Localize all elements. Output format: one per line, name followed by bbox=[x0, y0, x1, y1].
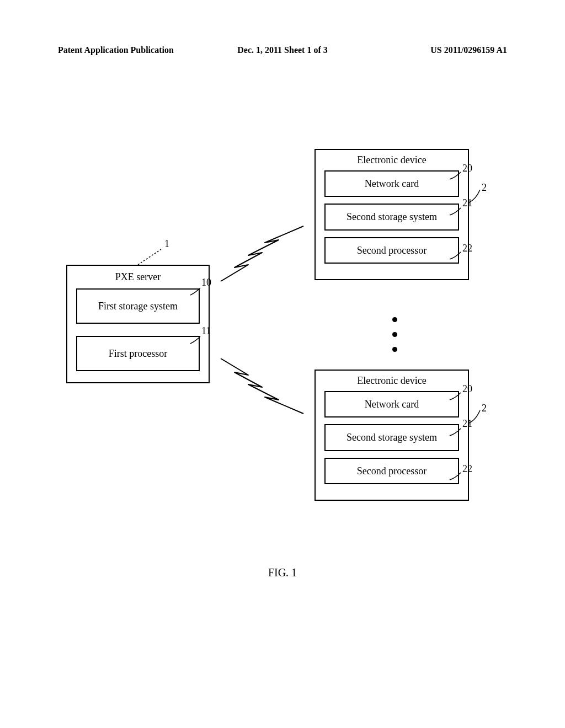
ref-second-storage-top: 21 bbox=[462, 197, 472, 209]
network-card-box-bottom: Network card bbox=[324, 391, 459, 417]
wireless-link-icon bbox=[215, 347, 315, 403]
dot bbox=[392, 332, 397, 337]
header-publication: Patent Application Publication bbox=[58, 45, 174, 55]
ref-second-processor-bottom: 22 bbox=[462, 463, 472, 475]
electronic-device-box-bottom: Electronic device Network card Second st… bbox=[315, 370, 469, 501]
network-card-label-top: Network card bbox=[365, 178, 419, 189]
leader-line bbox=[138, 248, 171, 270]
header-patent-number: US 2011/0296159 A1 bbox=[430, 45, 507, 55]
first-storage-system-label: First storage system bbox=[98, 299, 178, 313]
leader-line bbox=[190, 335, 207, 346]
ref-first-processor: 11 bbox=[201, 325, 211, 337]
ref-network-card-bottom: 20 bbox=[462, 383, 472, 395]
pxe-server-title: PXE server bbox=[76, 271, 200, 283]
second-storage-box-bottom: Second storage system bbox=[324, 424, 459, 451]
device-title-top: Electronic device bbox=[324, 154, 459, 166]
ref-second-storage-bottom: 21 bbox=[462, 418, 472, 430]
second-processor-box-bottom: Second processor bbox=[324, 458, 459, 484]
ellipsis-dots bbox=[392, 317, 397, 352]
diagram: PXE server First storage system First pr… bbox=[66, 154, 497, 574]
ref-device-top: 2 bbox=[482, 182, 487, 194]
network-card-box-top: Network card bbox=[324, 170, 459, 197]
svg-line-0 bbox=[138, 249, 161, 265]
page-header: Patent Application Publication Dec. 1, 2… bbox=[0, 45, 565, 55]
ref-network-card-top: 20 bbox=[462, 163, 472, 174]
electronic-device-box-top: Electronic device Network card Second st… bbox=[315, 149, 469, 280]
second-storage-label-top: Second storage system bbox=[347, 211, 437, 222]
second-processor-box-top: Second processor bbox=[324, 237, 459, 264]
dot bbox=[392, 317, 397, 322]
first-processor-box: First processor bbox=[76, 336, 200, 371]
second-processor-label-top: Second processor bbox=[357, 245, 427, 256]
ref-first-storage: 10 bbox=[201, 277, 211, 288]
ref-second-processor-top: 22 bbox=[462, 243, 472, 254]
second-processor-label-bottom: Second processor bbox=[357, 465, 427, 477]
first-processor-label: First processor bbox=[109, 347, 168, 360]
network-card-label-bottom: Network card bbox=[365, 399, 419, 410]
leader-line bbox=[190, 287, 207, 298]
figure-caption: FIG. 1 bbox=[0, 566, 565, 579]
dot bbox=[392, 347, 397, 352]
pxe-server-box: PXE server First storage system First pr… bbox=[66, 265, 210, 383]
device-title-bottom: Electronic device bbox=[324, 375, 459, 387]
ref-server: 1 bbox=[164, 238, 169, 250]
header-date-sheet: Dec. 1, 2011 Sheet 1 of 3 bbox=[237, 45, 328, 55]
ref-device-bottom: 2 bbox=[482, 403, 487, 414]
wireless-link-icon bbox=[215, 237, 315, 292]
first-storage-system-box: First storage system bbox=[76, 288, 200, 324]
second-storage-box-top: Second storage system bbox=[324, 204, 459, 230]
second-storage-label-bottom: Second storage system bbox=[347, 432, 437, 443]
